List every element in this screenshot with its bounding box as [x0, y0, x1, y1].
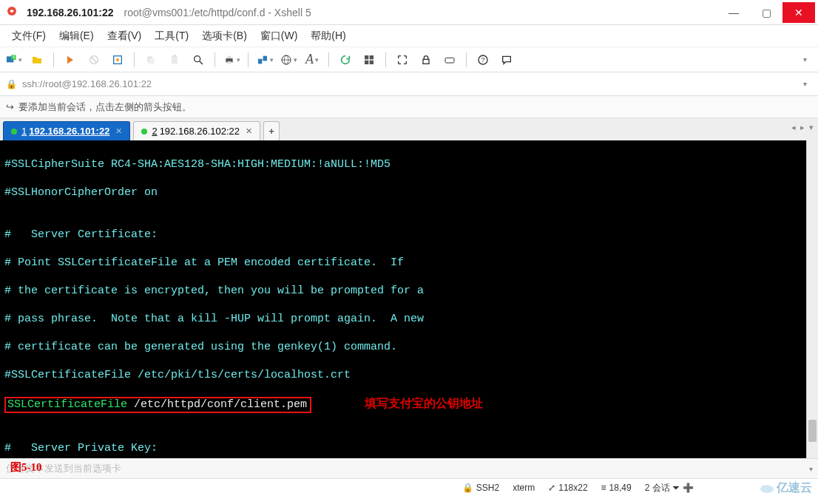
tip-text: 要添加当前会话，点击左侧的箭头按钮。 [18, 101, 192, 114]
status-bar: 🔒SSH2 xterm ⤢ 118x22 ≡ 18,49 2 会话 ⏷ ➕ CA… [0, 479, 818, 497]
svg-text:?: ? [481, 56, 485, 64]
refresh-button[interactable] [337, 51, 354, 69]
svg-rect-9 [149, 58, 155, 64]
send-input-hint[interactable]: 仅将文本发送到当前选项卡 图5-10 [6, 462, 121, 475]
maximize-button[interactable]: ▢ [750, 2, 782, 23]
menu-tab[interactable]: 选项卡(B) [197, 28, 251, 44]
new-tab-button[interactable]: + [263, 121, 280, 140]
menu-help[interactable]: 帮助(H) [306, 28, 350, 44]
terminal-line: # Point SSLCertificateFile at a PEM enco… [4, 256, 814, 270]
annotation-public-key: 填写支付宝的公钥地址 [365, 397, 483, 409]
tab-label: 192.168.26.102:22 [160, 126, 240, 137]
find-button[interactable] [189, 51, 207, 69]
svg-rect-27 [445, 58, 454, 63]
menu-edit[interactable]: 编辑(E) [55, 28, 98, 44]
font-button[interactable]: A [303, 51, 321, 69]
svg-rect-18 [263, 55, 266, 61]
session-tab-1[interactable]: 1 192.168.26.101:22 ✕ [3, 121, 130, 140]
svg-rect-25 [370, 60, 373, 64]
terminal-line: # Server Private Key: [4, 441, 814, 455]
svg-text:+: + [12, 54, 15, 59]
tab-status-dot [11, 129, 17, 134]
chat-icon[interactable] [498, 51, 516, 69]
properties-button[interactable] [109, 51, 126, 69]
status-cursor: ≡ 18,49 [601, 483, 632, 493]
terminal-line: #SSLCipherSuite RC4-SHA:AES128-SHA:HIGH:… [4, 157, 814, 171]
status-size: ⤢ 118x22 [548, 483, 587, 493]
tab-number: 1 [21, 126, 27, 137]
svg-point-7 [116, 58, 119, 61]
disconnect-button[interactable] [85, 51, 103, 69]
status-term: xterm [513, 483, 535, 493]
terminal-line: # pass phrase. Note that a kill -HUP wil… [4, 312, 814, 326]
status-protocol: 🔒SSH2 [462, 483, 499, 493]
send-target-dropdown[interactable]: ▾ [803, 465, 818, 473]
svg-point-32 [761, 485, 768, 490]
copy-button[interactable] [142, 51, 160, 69]
terminal-line: # certificate can be generated using the… [4, 340, 814, 354]
app-icon [6, 5, 21, 20]
session-tab-2[interactable]: 2 192.168.26.102:22 ✕ [133, 121, 260, 140]
tab-number: 2 [152, 126, 157, 137]
tab-close-icon[interactable]: ✕ [115, 126, 122, 136]
svg-line-13 [200, 61, 203, 64]
window-path-title: root@vms001:/etc/httpd/conf.d - Xshell 5 [124, 7, 311, 18]
terminal-line: # the certificate is encrypted, then you… [4, 284, 814, 298]
terminal[interactable]: #SSLCipherSuite RC4-SHA:AES128-SHA:HIGH:… [0, 140, 818, 458]
figure-label: 图5-10 [10, 460, 42, 474]
scrollbar-thumb[interactable] [808, 420, 817, 442]
address-input[interactable]: ssh://root@192.168.26.101:22 [18, 78, 803, 89]
reconnect-button[interactable] [61, 51, 79, 69]
fullscreen-button[interactable] [393, 51, 411, 69]
menu-window[interactable]: 窗口(W) [256, 28, 302, 44]
print-button[interactable] [223, 51, 240, 69]
menubar: 文件(F) 编辑(E) 查看(V) 工具(T) 选项卡(B) 窗口(W) 帮助(… [0, 25, 818, 47]
open-button[interactable] [28, 51, 46, 69]
new-session-button[interactable]: + [4, 51, 22, 69]
terminal-cert-line: SSLCertificateFile /etc/httpd/conf/clien… [4, 396, 814, 413]
toolbar-overflow[interactable]: ▾ [803, 55, 814, 64]
terminal-wrap: #SSLCipherSuite RC4-SHA:AES128-SHA:HIGH:… [0, 140, 818, 458]
window-host-title: 192.168.26.101:22 [27, 7, 114, 18]
lock-button[interactable] [417, 51, 435, 69]
layout-button[interactable] [360, 51, 378, 69]
vertical-scrollbar[interactable] [806, 140, 818, 458]
menu-tools[interactable]: 工具(T) [150, 28, 193, 44]
svg-point-12 [195, 55, 200, 61]
tab-label: 192.168.26.101:22 [29, 126, 109, 137]
highlighted-config-cert: SSLCertificateFile /etc/httpd/conf/clien… [4, 397, 311, 413]
globe-button[interactable] [280, 51, 297, 69]
svg-rect-22 [365, 55, 368, 59]
svg-rect-15 [227, 55, 231, 58]
svg-rect-26 [423, 59, 429, 64]
watermark-logo: 亿速云 [759, 480, 812, 496]
tip-bar: ↪ 要添加当前会话，点击左侧的箭头按钮。 [0, 96, 818, 118]
svg-rect-11 [173, 55, 176, 57]
tab-bar: 1 192.168.26.101:22 ✕ 2 192.168.26.102:2… [0, 118, 818, 140]
tab-prev-button[interactable]: ◂ [791, 123, 796, 132]
tip-arrow-icon[interactable]: ↪ [6, 101, 14, 112]
svg-rect-10 [172, 55, 178, 64]
svg-rect-16 [227, 61, 231, 64]
transfer-button[interactable] [256, 51, 274, 69]
lock-icon: 🔒 [4, 79, 18, 89]
status-sessions: 2 会话 [645, 482, 670, 494]
address-dropdown[interactable]: ▾ [803, 80, 814, 88]
titlebar: 192.168.26.101:22 root@vms001:/etc/httpd… [0, 0, 818, 25]
toolbar: + A ? ▾ [0, 47, 818, 72]
status-sessions-drop[interactable]: ⏷ ➕ [672, 483, 694, 493]
close-button[interactable]: ✕ [782, 2, 815, 23]
key-button[interactable] [441, 51, 459, 69]
menu-view[interactable]: 查看(V) [103, 28, 146, 44]
tab-next-button[interactable]: ▸ [800, 123, 805, 132]
terminal-line: #SSLHonorCipherOrder on [4, 185, 814, 200]
paste-button[interactable] [166, 51, 183, 69]
svg-rect-24 [365, 60, 368, 64]
tab-list-button[interactable]: ▾ [809, 123, 814, 132]
terminal-line: # Server Certificate: [4, 228, 814, 242]
tab-close-icon[interactable]: ✕ [246, 126, 252, 136]
menu-file[interactable]: 文件(F) [7, 28, 50, 44]
tab-status-dot [141, 129, 147, 134]
minimize-button[interactable]: — [717, 2, 750, 23]
help-icon[interactable]: ? [474, 51, 492, 69]
